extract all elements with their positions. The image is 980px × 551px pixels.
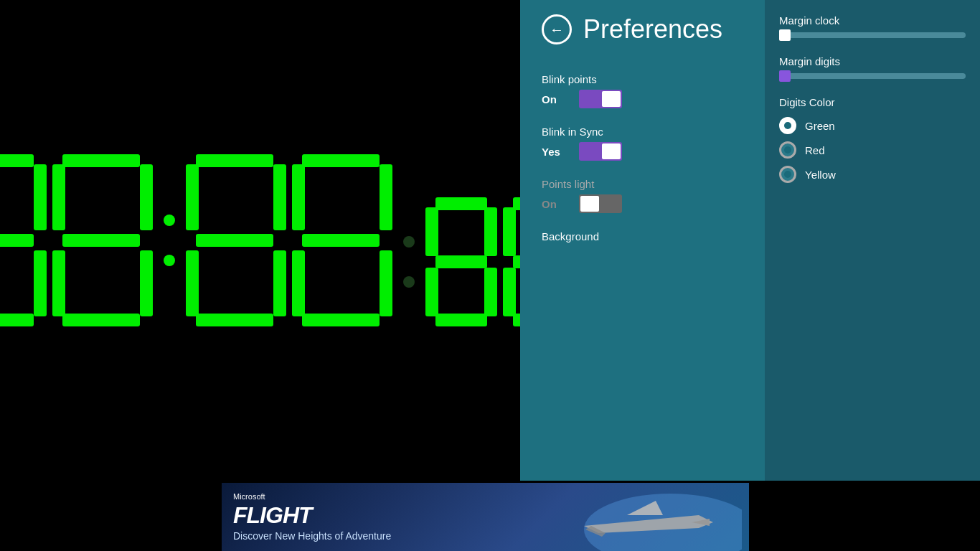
digit-2 (52, 154, 153, 326)
margin-digits-slider[interactable] (779, 73, 966, 79)
blink-points-row: Blink points On (542, 73, 746, 108)
radio-red-label: Red (805, 144, 825, 156)
radio-yellow-label: Yellow (805, 169, 836, 181)
ad-title: FLIGHT (233, 502, 391, 529)
colon-separator (159, 154, 180, 326)
points-light-label: Points light (542, 178, 746, 190)
colon-separator-2 (398, 197, 420, 326)
blink-sync-toggle-row: Yes (542, 142, 746, 161)
digit-4 (292, 154, 392, 326)
blink-sync-value: Yes (542, 146, 567, 158)
clock-area (0, 0, 520, 481)
points-light-toggle[interactable] (579, 194, 622, 213)
right-rail: Margin clock Margin digits Digits Color … (765, 0, 980, 481)
ad-text-block: Microsoft FLIGHT Discover New Heights of… (233, 492, 391, 542)
prefs-title: Preferences (583, 14, 722, 44)
ad-area: Microsoft FLIGHT Discover New Heights of… (222, 483, 749, 551)
points-light-row: Points light On (542, 178, 746, 213)
blink-sync-row: Blink in Sync Yes (542, 126, 746, 161)
margin-digits-section: Margin digits (779, 55, 966, 79)
margin-clock-slider[interactable] (779, 32, 966, 38)
margin-clock-section: Margin clock (779, 14, 966, 38)
color-option-green[interactable]: Green (779, 117, 966, 134)
blink-points-label: Blink points (542, 73, 746, 85)
points-light-value: On (542, 198, 567, 210)
margin-digits-label: Margin digits (779, 55, 966, 67)
blink-points-toggle-row: On (542, 90, 746, 108)
background-label: Background (542, 230, 746, 242)
ad-content: Microsoft FLIGHT Discover New Heights of… (222, 483, 749, 551)
radio-red[interactable] (779, 141, 796, 159)
ad-brand: Microsoft (233, 492, 391, 501)
points-light-toggle-row: On (542, 194, 746, 213)
digits-color-title: Digits Color (779, 96, 966, 108)
ad-plane-icon (527, 486, 742, 551)
ad-subtitle: Discover New Heights of Adventure (233, 530, 391, 542)
radio-green[interactable] (779, 117, 796, 134)
blink-sync-label: Blink in Sync (542, 126, 746, 138)
radio-yellow[interactable] (779, 166, 796, 183)
clock-display (0, 154, 575, 326)
color-option-red[interactable]: Red (779, 141, 966, 159)
background-row: Background (542, 230, 746, 242)
radio-green-label: Green (805, 120, 835, 132)
digit-5 (425, 197, 497, 326)
prefs-main: ← Preferences Blink points On Blink in S… (520, 0, 768, 481)
digit-3 (186, 154, 286, 326)
blink-points-toggle[interactable] (579, 90, 622, 108)
preferences-panel: ← Preferences Blink points On Blink in S… (520, 0, 980, 481)
margin-clock-label: Margin clock (779, 14, 966, 27)
digit-1 (0, 154, 47, 326)
blink-points-value: On (542, 93, 567, 105)
color-option-yellow[interactable]: Yellow (779, 166, 966, 183)
blink-sync-toggle[interactable] (579, 142, 622, 161)
prefs-header: ← Preferences (542, 14, 746, 44)
digits-color-section: Digits Color Green Red Yellow (779, 96, 966, 183)
back-button[interactable]: ← (542, 14, 572, 44)
